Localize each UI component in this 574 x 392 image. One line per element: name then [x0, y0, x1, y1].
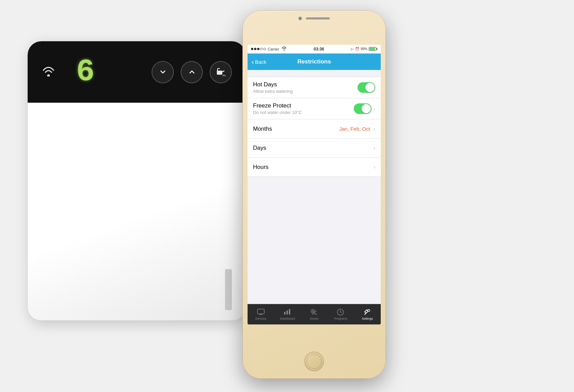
- list-item-content-hot-days: Hot DaysAllow extra watering: [253, 81, 358, 94]
- bottom-spacer: [248, 177, 381, 238]
- watering-button[interactable]: [210, 61, 232, 83]
- tab-label-devices: Devices: [255, 317, 266, 320]
- hardware-buttons: [152, 61, 232, 83]
- tab-label-zones: Zones: [310, 317, 318, 320]
- tab-dashboard[interactable]: Dashboard: [274, 304, 301, 324]
- content-area: Hot DaysAllow extra wateringFreeze Prote…: [248, 70, 381, 238]
- hardware-display: 6: [76, 55, 93, 89]
- svg-point-11: [312, 313, 314, 315]
- svg-rect-7: [289, 309, 290, 315]
- tab-icon-dashboard: [283, 308, 292, 316]
- tab-zones[interactable]: Zones: [301, 304, 327, 324]
- svg-rect-6: [286, 310, 288, 315]
- carrier-name: Carrier: [268, 47, 279, 51]
- home-button-ring: [307, 354, 322, 369]
- top-spacer: [248, 70, 381, 77]
- home-button[interactable]: [305, 352, 324, 371]
- status-time: 03:36: [287, 47, 351, 52]
- tab-devices[interactable]: Devices: [248, 304, 274, 324]
- chevron-freeze-protect: ›: [374, 106, 375, 112]
- svg-point-0: [223, 75, 224, 76]
- list-item-months[interactable]: MonthsJan, Feb, Oct›: [248, 119, 381, 139]
- chevron-months: ›: [374, 126, 375, 132]
- tab-bar: DevicesDashboardZonesProgramsSettings: [248, 304, 381, 324]
- tab-label-programs: Programs: [334, 317, 347, 320]
- location-icon: ▷: [351, 47, 354, 51]
- toggle-hot-days[interactable]: [358, 82, 375, 93]
- back-label: Back: [255, 59, 266, 65]
- nav-bar: ‹ Back Restrictions: [248, 54, 381, 70]
- phone-screen: Carrier 03:36 ▷ ⏰ 99%: [248, 45, 381, 324]
- chevron-days: ›: [374, 145, 375, 151]
- hardware-top-panel: 6: [28, 41, 246, 103]
- tab-icon-devices: [257, 308, 265, 316]
- svg-point-13: [368, 309, 370, 311]
- battery-pct: 99%: [361, 47, 367, 51]
- list-item-title-months: Months: [253, 126, 339, 132]
- signal-dot-5: [263, 48, 266, 50]
- tab-programs[interactable]: Programs: [327, 304, 354, 324]
- signal-dot-1: [251, 48, 253, 50]
- signal-dots: [251, 48, 266, 50]
- list-item-hot-days[interactable]: Hot DaysAllow extra watering: [248, 77, 381, 98]
- hardware-body: 6: [27, 41, 246, 321]
- signal-dot-4: [260, 48, 263, 50]
- signal-dot-2: [254, 48, 256, 50]
- chevron-hours: ›: [374, 164, 375, 170]
- phone-camera-area: [298, 17, 330, 20]
- svg-point-10: [314, 310, 317, 312]
- front-camera: [298, 17, 302, 20]
- svg-point-9: [312, 310, 313, 312]
- toggle-freeze-protect[interactable]: [354, 103, 372, 114]
- list-item-subtitle-freeze-protect: Do not water under 10°C: [253, 110, 354, 115]
- back-button[interactable]: ‹ Back: [252, 59, 279, 65]
- list-item-days[interactable]: Days›: [248, 139, 381, 158]
- list-item-content-freeze-protect: Freeze ProtectDo not water under 10°C: [253, 102, 354, 115]
- status-right: ▷ ⏰ 99%: [351, 47, 377, 51]
- list-item-title-hot-days: Hot Days: [253, 81, 358, 88]
- list-item-freeze-protect[interactable]: Freeze ProtectDo not water under 10°C›: [248, 98, 381, 119]
- phone-speaker: [306, 17, 330, 19]
- list-item-content-days: Days: [253, 145, 372, 151]
- wifi-status-icon: [281, 46, 287, 52]
- phone-body: Carrier 03:36 ▷ ⏰ 99%: [242, 10, 386, 379]
- svg-rect-5: [284, 312, 285, 315]
- phone: Carrier 03:36 ▷ ⏰ 99%: [242, 10, 386, 379]
- up-button[interactable]: [181, 61, 203, 83]
- hardware-device: 6: [27, 41, 253, 334]
- list-item-subtitle-hot-days: Allow extra watering: [253, 89, 358, 94]
- tab-icon-zones: [310, 308, 318, 316]
- back-chevron-icon: ‹: [252, 58, 254, 65]
- list-item-title-freeze-protect: Freeze Protect: [253, 102, 354, 109]
- tab-icon-programs: [337, 308, 345, 316]
- tab-label-settings: Settings: [362, 317, 373, 320]
- wifi-icon: [41, 65, 56, 79]
- status-bar: Carrier 03:36 ▷ ⏰ 99%: [248, 45, 381, 54]
- list-item-value-months: Jan, Feb, Oct: [339, 126, 370, 132]
- list-item-title-hours: Hours: [253, 164, 372, 171]
- status-left: Carrier: [251, 46, 287, 52]
- svg-rect-4: [257, 309, 264, 314]
- signal-dot-3: [257, 48, 260, 50]
- list-item-title-days: Days: [253, 145, 372, 151]
- list-item-content-months: Months: [253, 126, 339, 132]
- alarm-icon: ⏰: [355, 47, 359, 51]
- tab-settings[interactable]: Settings: [354, 304, 381, 324]
- svg-point-1: [224, 75, 225, 76]
- tab-icon-settings: [363, 308, 372, 316]
- list-item-hours[interactable]: Hours›: [248, 158, 381, 177]
- restrictions-list: Hot DaysAllow extra wateringFreeze Prote…: [248, 77, 381, 177]
- down-button[interactable]: [152, 61, 174, 83]
- hardware-connector: [225, 269, 232, 310]
- tab-label-dashboard: Dashboard: [280, 317, 295, 320]
- svg-point-2: [222, 75, 223, 76]
- battery-icon: [369, 47, 377, 51]
- list-item-content-hours: Hours: [253, 164, 372, 171]
- toggle-knob-hot-days: [365, 83, 375, 92]
- nav-title: Restrictions: [279, 58, 349, 65]
- toggle-knob-freeze-protect: [362, 104, 371, 113]
